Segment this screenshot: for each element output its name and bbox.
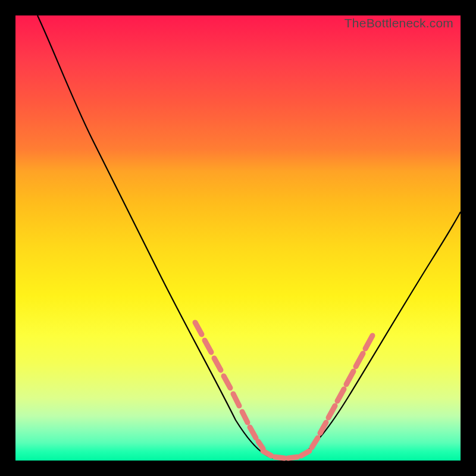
- svg-line-17: [356, 353, 363, 367]
- highlight-floor-group: [263, 451, 309, 458]
- highlight-right-group: [312, 336, 372, 447]
- curve-left: [37, 15, 271, 458]
- svg-line-4: [233, 394, 239, 406]
- svg-line-14: [328, 406, 335, 418]
- curve-right: [295, 212, 461, 458]
- svg-line-2: [214, 358, 221, 370]
- svg-line-7: [258, 441, 263, 449]
- plot-area: TheBottleneck.com: [15, 15, 461, 461]
- svg-line-5: [242, 412, 248, 422]
- svg-line-3: [224, 376, 230, 388]
- curve-layer: [15, 15, 461, 461]
- svg-line-1: [205, 340, 211, 352]
- svg-line-16: [346, 371, 353, 384]
- svg-line-12: [312, 438, 318, 447]
- chart-frame: TheBottleneck.com: [0, 0, 476, 476]
- svg-line-11: [301, 451, 309, 456]
- svg-line-15: [337, 389, 344, 401]
- svg-line-18: [365, 336, 372, 349]
- svg-line-10: [288, 457, 298, 458]
- svg-line-9: [275, 457, 284, 458]
- svg-line-8: [263, 451, 271, 456]
- highlight-left-group: [195, 322, 263, 449]
- svg-line-0: [195, 322, 202, 334]
- svg-line-6: [250, 427, 256, 438]
